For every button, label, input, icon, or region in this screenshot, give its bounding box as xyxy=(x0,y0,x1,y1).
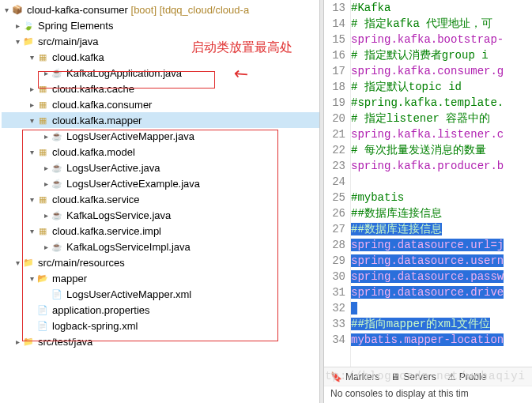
java-file-icon: ☕ xyxy=(51,161,63,174)
tree-item-logback-spring-xml[interactable]: 📄 logback-spring.xml xyxy=(2,318,319,333)
java-file-icon: ☕ xyxy=(51,240,63,253)
package-icon: ▦ xyxy=(36,98,49,111)
expand-icon[interactable]: ▾ xyxy=(27,274,36,283)
expand-icon[interactable]: ▸ xyxy=(41,164,51,172)
expand-icon[interactable]: ▾ xyxy=(13,258,22,267)
package-icon: ▦ xyxy=(36,82,49,95)
tree-item-logsuseractivemapper-xml[interactable]: 📄 LogsUserActiveMapper.xml xyxy=(2,286,319,302)
tab-servers[interactable]: 🖥Servers xyxy=(391,371,436,382)
code-line[interactable]: # 每次批量发送消息的数量 xyxy=(351,142,532,158)
xml-file-icon: 📄 xyxy=(51,288,63,300)
code-line[interactable]: #mybatis xyxy=(351,190,532,205)
tree-item-src-test-java[interactable]: ▸ 📁 src/test/java xyxy=(2,333,319,349)
code-line[interactable]: spring.datasource.url=j xyxy=(351,237,532,253)
code-line[interactable]: # 指定默认消费者group i xyxy=(351,47,532,63)
expand-icon[interactable]: ▾ xyxy=(27,53,36,62)
java-file-icon: ☕ xyxy=(51,177,63,190)
code-line[interactable]: spring.kafka.producer.b xyxy=(351,158,532,174)
code-line[interactable] xyxy=(351,300,532,316)
tree-item-src-main-java[interactable]: ▾ 📁 src/main/java xyxy=(2,33,319,49)
bottom-tabs: 🔖Markers 🖥Servers ⚠Proble xyxy=(324,367,532,386)
package-icon: ▦ xyxy=(36,224,49,237)
java-file-icon: ☕ xyxy=(51,130,63,142)
expand-icon[interactable]: ▸ xyxy=(13,21,22,30)
tree-item-pkg-cloud-kafka-model[interactable]: ▾ ▦ cloud.kafka.model xyxy=(2,144,319,160)
editor-pane: 1314151617181920212223242526272829303132… xyxy=(324,0,532,403)
expand-icon[interactable]: ▸ xyxy=(41,132,51,141)
project-icon: 📦 xyxy=(11,3,24,16)
code-line[interactable]: spring.kafka.listener.c xyxy=(351,126,532,142)
package-icon: ▦ xyxy=(36,114,49,126)
tab-markers[interactable]: 🔖Markers xyxy=(330,371,379,382)
xml-file-icon: 📄 xyxy=(36,319,49,332)
expand-icon[interactable]: ▸ xyxy=(41,211,51,220)
tree-item-kafkalogsserviceimpl[interactable]: ▸ ☕ KafkaLogsServiceImpl.java xyxy=(2,239,319,254)
expand-icon[interactable]: ▾ xyxy=(13,37,22,46)
folder-icon: 📂 xyxy=(36,272,49,284)
expand-icon[interactable]: ▸ xyxy=(41,243,51,251)
java-file-icon: ☕ xyxy=(51,209,63,221)
tree-item-kafkalogsservice[interactable]: ▸ ☕ KafkaLogsService.java xyxy=(2,207,319,223)
code-line[interactable]: spring.datasource.usern xyxy=(351,253,532,269)
package-explorer: ▾ 📦 cloud-kafka-consumer [boot] [tdqq_cl… xyxy=(0,0,319,403)
expand-icon[interactable]: ▸ xyxy=(27,100,36,109)
tab-problems[interactable]: ⚠Proble xyxy=(447,371,487,382)
code-line[interactable]: #Kafka xyxy=(351,0,532,16)
tree-item-pkg-cloud-kafka-service[interactable]: ▾ ▦ cloud.kafka.service xyxy=(2,191,319,207)
code-line[interactable]: spring.kafka.consumer.g xyxy=(351,63,532,79)
markers-icon: 🔖 xyxy=(330,371,342,382)
spring-icon: 🍃 xyxy=(22,19,35,32)
editor-code[interactable]: #Kafka# 指定kafka 代理地址，可spring.kafka.boots… xyxy=(351,0,532,367)
tree-item-src-main-resources[interactable]: ▾ 📁 src/main/resources xyxy=(2,254,319,270)
tree-item-spring-elements[interactable]: ▸ 🍃 Spring Elements xyxy=(2,17,319,33)
code-line[interactable]: spring.datasource.drive xyxy=(351,284,532,300)
project-root[interactable]: ▾ 📦 cloud-kafka-consumer [boot] [tdqq_cl… xyxy=(2,2,319,17)
expand-icon[interactable]: ▸ xyxy=(41,179,51,188)
expand-icon[interactable]: ▸ xyxy=(13,337,22,346)
tree: ▾ 📦 cloud-kafka-consumer [boot] [tdqq_cl… xyxy=(0,0,319,351)
code-line[interactable]: spring.datasource.passw xyxy=(351,269,532,284)
code-line[interactable]: # 指定默认topic id xyxy=(351,79,532,95)
expand-icon[interactable]: ▾ xyxy=(27,195,36,204)
tree-item-pkg-cloud-kafka-consumer[interactable]: ▸ ▦ cloud.kafka.consumer xyxy=(2,96,319,112)
code-editor[interactable]: 1314151617181920212223242526272829303132… xyxy=(324,0,532,367)
code-line[interactable] xyxy=(351,174,532,190)
tree-item-pkg-cloud-kafka[interactable]: ▾ ▦ cloud.kafka xyxy=(2,49,319,65)
package-icon: ▦ xyxy=(36,193,49,205)
package-icon: ▦ xyxy=(36,145,49,158)
tree-item-pkg-cloud-kafka-cache[interactable]: ▸ ▦ cloud.kafka.cache xyxy=(2,81,319,96)
tree-item-folder-mapper[interactable]: ▾ 📂 mapper xyxy=(2,270,319,286)
code-line[interactable]: ##数据库连接信息 xyxy=(351,221,532,237)
source-folder-icon: 📁 xyxy=(22,35,35,47)
tree-item-application-properties[interactable]: 📄 application.properties xyxy=(2,302,319,318)
code-line[interactable]: ##指向mapper的xml文件位 xyxy=(351,316,532,332)
console-empty-msg: No consoles to display at this tim xyxy=(324,386,532,403)
java-file-icon: ☕ xyxy=(51,66,63,79)
properties-file-icon: 📄 xyxy=(36,303,49,316)
servers-icon: 🖥 xyxy=(391,371,400,382)
code-line[interactable]: #spring.kafka.template. xyxy=(351,95,532,111)
tree-item-logsuseractivemapper[interactable]: ▸ ☕ LogsUserActiveMapper.java xyxy=(2,128,319,144)
tree-item-kafkalogapplication[interactable]: ▸ ☕ KafkaLogApplication.java xyxy=(2,65,319,81)
code-line[interactable]: # 指定listener 容器中的 xyxy=(351,111,532,126)
problems-icon: ⚠ xyxy=(447,371,456,382)
code-line[interactable]: spring.kafka.bootstrap- xyxy=(351,32,532,47)
expand-icon[interactable]: ▾ xyxy=(27,227,36,235)
expand-icon[interactable]: ▾ xyxy=(27,148,36,156)
source-folder-icon: 📁 xyxy=(22,256,35,269)
code-line[interactable]: # 指定kafka 代理地址，可 xyxy=(351,16,532,32)
expand-icon[interactable]: ▸ xyxy=(41,69,51,77)
package-icon: ▦ xyxy=(36,51,49,63)
code-line[interactable]: ##数据库连接信息 xyxy=(351,205,532,221)
expand-icon[interactable]: ▾ xyxy=(2,6,11,14)
expand-icon[interactable]: ▸ xyxy=(27,85,36,93)
expand-icon[interactable]: ▾ xyxy=(27,116,36,125)
tree-item-logsuseractive[interactable]: ▸ ☕ LogsUserActive.java xyxy=(2,160,319,175)
tree-item-pkg-cloud-kafka-service-impl[interactable]: ▾ ▦ cloud.kafka.service.impl xyxy=(2,223,319,239)
code-line[interactable]: mybatis.mapper-location xyxy=(351,332,532,348)
editor-gutter: 1314151617181920212223242526272829303132… xyxy=(324,0,351,367)
tree-item-pkg-cloud-kafka-mapper[interactable]: ▾ ▦ cloud.kafka.mapper xyxy=(2,112,319,128)
tree-item-logsuseractiveexample[interactable]: ▸ ☕ LogsUserActiveExample.java xyxy=(2,175,319,191)
project-label: cloud-kafka-consumer [boot] [tdqq_cloud/… xyxy=(27,4,249,16)
source-folder-icon: 📁 xyxy=(22,335,35,348)
